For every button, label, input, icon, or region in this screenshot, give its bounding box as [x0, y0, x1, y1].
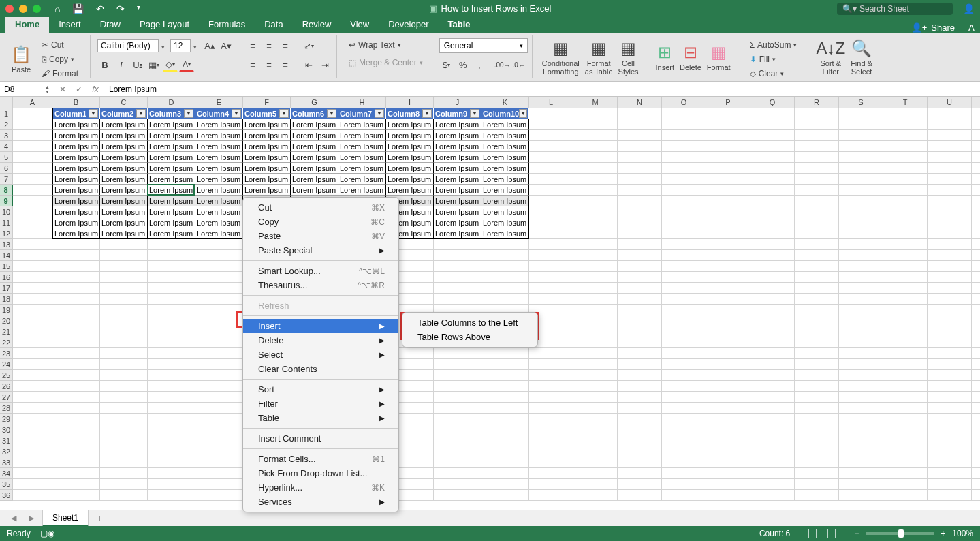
fill-button[interactable]: ⬇Fill▾ [745, 52, 802, 66]
cell[interactable] [618, 490, 662, 501]
cell[interactable] [573, 141, 618, 152]
cell[interactable] [972, 305, 980, 315]
cell[interactable] [148, 457, 195, 468]
cell[interactable] [839, 414, 883, 424]
sheet-nav-next[interactable]: ▶ [25, 514, 38, 523]
cell[interactable] [883, 348, 928, 359]
cell[interactable] [928, 468, 972, 479]
column-header[interactable]: T [883, 97, 928, 108]
cell[interactable] [972, 185, 980, 196]
cell[interactable] [795, 196, 839, 206]
cell[interactable] [618, 435, 662, 446]
cell[interactable] [839, 403, 883, 414]
cell[interactable]: Lorem Ipsum [434, 196, 481, 206]
tab-home[interactable]: Home [5, 16, 49, 33]
row-header[interactable]: 30 [0, 424, 13, 435]
cell[interactable] [750, 370, 795, 381]
cell[interactable] [706, 424, 750, 435]
cell[interactable] [195, 414, 243, 424]
cell[interactable] [928, 381, 972, 392]
cell[interactable] [750, 261, 795, 272]
cell[interactable] [573, 250, 618, 261]
cell[interactable] [52, 479, 100, 490]
italic-button[interactable]: I [114, 57, 129, 72]
cell[interactable] [618, 141, 662, 152]
row-header[interactable]: 16 [0, 272, 13, 283]
cell[interactable]: Lorem Ipsum [386, 141, 434, 152]
cell[interactable] [434, 250, 481, 261]
cell[interactable] [750, 196, 795, 206]
cell[interactable]: Lorem Ipsum [481, 152, 529, 163]
cell[interactable] [100, 403, 148, 414]
cell[interactable]: Lorem Ipsum [52, 217, 100, 228]
row-header[interactable]: 18 [0, 294, 13, 305]
cell[interactable] [662, 217, 706, 228]
cell[interactable] [750, 392, 795, 403]
filter-dropdown-icon[interactable]: ▼ [375, 109, 384, 118]
cell[interactable] [618, 348, 662, 359]
delete-cells-button[interactable]: ⊟Delete [677, 35, 704, 78]
cell[interactable]: Lorem Ipsum [338, 119, 386, 130]
cell[interactable] [618, 228, 662, 239]
cell[interactable]: Lorem Ipsum [148, 217, 195, 228]
cell[interactable] [148, 348, 195, 359]
cell[interactable] [100, 392, 148, 403]
cell[interactable] [795, 392, 839, 403]
cell[interactable] [618, 326, 662, 337]
cell[interactable] [883, 163, 928, 174]
cell[interactable] [972, 261, 980, 272]
cell[interactable]: Lorem Ipsum [52, 152, 100, 163]
cell[interactable] [883, 130, 928, 141]
cell[interactable] [750, 479, 795, 490]
filter-dropdown-icon[interactable]: ▼ [422, 109, 432, 118]
cell[interactable] [839, 261, 883, 272]
row-header[interactable]: 22 [0, 337, 13, 348]
cell[interactable]: Lorem Ipsum [338, 174, 386, 185]
font-size-input[interactable] [170, 39, 191, 52]
page-layout-view-icon[interactable] [816, 529, 828, 538]
cell[interactable] [972, 315, 980, 326]
cell[interactable]: Lorem Ipsum [100, 163, 148, 174]
row-header[interactable]: 32 [0, 446, 13, 457]
column-header[interactable]: K [481, 97, 529, 108]
cell[interactable] [706, 108, 750, 119]
column-header[interactable]: D [148, 97, 195, 108]
column-header[interactable]: H [338, 97, 386, 108]
cell[interactable] [573, 392, 618, 403]
cell[interactable] [573, 446, 618, 457]
cell[interactable] [100, 261, 148, 272]
column-header[interactable]: J [434, 97, 481, 108]
cell[interactable]: Lorem Ipsum [481, 174, 529, 185]
tab-review[interactable]: Review [293, 16, 341, 33]
fx-icon[interactable]: fx [87, 84, 104, 94]
cell[interactable] [706, 250, 750, 261]
cell[interactable] [13, 239, 52, 250]
cell[interactable] [195, 424, 243, 435]
cell[interactable]: Lorem Ipsum [148, 196, 195, 206]
cell[interactable] [52, 414, 100, 424]
cell[interactable] [195, 348, 243, 359]
tab-view[interactable]: View [341, 16, 379, 33]
cell[interactable] [928, 294, 972, 305]
cell[interactable] [618, 479, 662, 490]
cell[interactable] [573, 174, 618, 185]
cell[interactable] [795, 108, 839, 119]
redo-icon[interactable]: ↷ [116, 3, 125, 14]
cell[interactable]: Lorem Ipsum [386, 174, 434, 185]
cell[interactable] [706, 119, 750, 130]
filter-dropdown-icon[interactable]: ▼ [519, 109, 527, 118]
filter-dropdown-icon[interactable]: ▼ [136, 109, 146, 118]
minimize-window-button[interactable] [19, 5, 27, 13]
cell[interactable] [529, 261, 573, 272]
cell[interactable] [573, 359, 618, 370]
cell[interactable] [618, 261, 662, 272]
cell[interactable] [839, 479, 883, 490]
cell[interactable] [883, 468, 928, 479]
cell[interactable] [662, 239, 706, 250]
cell[interactable] [434, 272, 481, 283]
cell[interactable] [750, 108, 795, 119]
cell[interactable] [13, 228, 52, 239]
cell[interactable] [706, 490, 750, 501]
cell[interactable] [883, 392, 928, 403]
cell[interactable] [706, 239, 750, 250]
